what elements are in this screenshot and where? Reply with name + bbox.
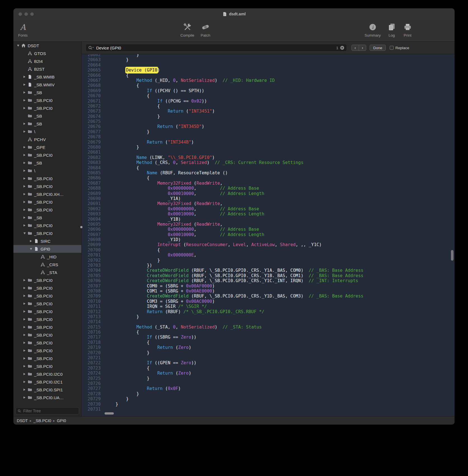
- code-editor[interactable]: 20662 }20663 }2066420665 Device (GPI0)20…: [82, 54, 455, 416]
- tree-item[interactable]: _SB: [13, 214, 81, 222]
- close-button[interactable]: [18, 12, 22, 16]
- tree-item[interactable]: _SB.PCI0.I2C0: [13, 370, 81, 378]
- tree-item[interactable]: _SB.PCI0: [13, 222, 81, 229]
- disclosure-triangle[interactable]: [22, 357, 27, 360]
- disclosure-triangle[interactable]: [22, 373, 27, 375]
- tree-item[interactable]: GTOS: [13, 49, 81, 57]
- disclosure-triangle[interactable]: [22, 303, 27, 305]
- disclosure-triangle[interactable]: [22, 349, 27, 352]
- tree-item[interactable]: _SB.PCI0: [13, 182, 81, 190]
- tree-item[interactable]: B2ST: [13, 65, 81, 73]
- find-input[interactable]: [96, 45, 334, 51]
- disclosure-triangle[interactable]: [22, 216, 27, 219]
- done-button[interactable]: Done: [370, 45, 386, 51]
- disclosure-triangle[interactable]: [22, 295, 27, 297]
- zoom-button[interactable]: [30, 12, 34, 16]
- disclosure-triangle[interactable]: [22, 209, 27, 211]
- disclosure-triangle[interactable]: [22, 326, 27, 328]
- clear-search-icon[interactable]: [340, 46, 344, 50]
- tree-item[interactable]: _SB.WMIB: [13, 73, 81, 81]
- patch-button[interactable]: Patch: [195, 22, 216, 37]
- disclosure-triangle[interactable]: [22, 185, 27, 187]
- tree-item[interactable]: _SB.PCI0: [13, 300, 81, 308]
- tree-item[interactable]: _SB.PCI0: [13, 331, 81, 339]
- tree-item[interactable]: _SB.PCI0: [13, 323, 81, 331]
- disclosure-triangle[interactable]: [22, 396, 27, 399]
- tree-item[interactable]: _SB.PCI0: [13, 96, 81, 104]
- breadcrumb-item[interactable]: GPI0: [57, 418, 66, 423]
- disclosure-triangle[interactable]: [22, 84, 27, 86]
- disclosure-triangle[interactable]: [22, 170, 27, 172]
- disclosure-triangle[interactable]: [16, 45, 20, 47]
- tree-item[interactable]: _SB.PCI0: [13, 175, 81, 182]
- filter-tree-input[interactable]: [23, 408, 77, 413]
- search-menu-icon[interactable]: [88, 46, 94, 50]
- tree-item[interactable]: _SB.PCI0: [13, 276, 81, 284]
- find-field[interactable]: 1: [86, 44, 347, 52]
- disclosure-triangle[interactable]: [22, 232, 27, 234]
- tree-item[interactable]: _SB.PCI0: [13, 198, 81, 206]
- filter-tree-field[interactable]: [16, 407, 79, 415]
- disclosure-triangle[interactable]: [22, 107, 27, 109]
- tree-item[interactable]: _SB.PCI0: [13, 151, 81, 159]
- tree-item[interactable]: _SB: [13, 159, 81, 167]
- tree-item[interactable]: _SB.PCI0: [13, 315, 81, 323]
- breadcrumb-item[interactable]: _SB.PCI0: [34, 418, 51, 423]
- fonts-button[interactable]: A Fonts: [13, 22, 32, 37]
- horizontal-scrollbar[interactable]: [105, 412, 114, 415]
- disclosure-triangle[interactable]: [22, 287, 27, 289]
- disclosure-triangle[interactable]: [22, 279, 27, 281]
- disclosure-triangle[interactable]: [22, 130, 27, 133]
- split-handle[interactable]: [80, 226, 82, 228]
- vertical-scrollbar[interactable]: [451, 250, 453, 261]
- tree-item[interactable]: \: [13, 167, 81, 175]
- disclosure-triangle[interactable]: [22, 76, 27, 78]
- disclosure-triangle[interactable]: [22, 389, 27, 391]
- tree-item[interactable]: _SB: [13, 89, 81, 96]
- disclosure-triangle[interactable]: [29, 248, 33, 250]
- find-next-button[interactable]: ›: [359, 45, 366, 51]
- summary-button[interactable]: i Summary: [362, 22, 383, 37]
- disclosure-triangle[interactable]: [22, 224, 27, 227]
- disclosure-triangle[interactable]: [22, 201, 27, 203]
- disclosure-triangle[interactable]: [22, 123, 27, 125]
- tree-item[interactable]: _SB: [13, 120, 81, 128]
- disclosure-triangle[interactable]: [22, 310, 27, 313]
- tree-item[interactable]: _SB.PCI0.SPI1: [13, 386, 81, 394]
- disclosure-triangle[interactable]: [22, 334, 27, 336]
- find-previous-button[interactable]: ‹: [351, 45, 359, 51]
- tree-item[interactable]: _SB.PCI0: [13, 339, 81, 347]
- tree-item[interactable]: _SB: [13, 112, 81, 120]
- tree-item[interactable]: _SB.WMIV: [13, 81, 81, 89]
- disclosure-triangle[interactable]: [22, 381, 27, 383]
- tree-item[interactable]: _SB.PCI0: [13, 362, 81, 370]
- tree-item[interactable]: _SB.PCI0: [13, 308, 81, 315]
- disclosure-triangle[interactable]: [22, 342, 27, 344]
- disclosure-triangle[interactable]: [22, 91, 27, 94]
- disclosure-triangle[interactable]: [22, 154, 27, 156]
- tree-item[interactable]: SIRC: [13, 237, 81, 245]
- tree-item[interactable]: _HID: [13, 253, 81, 261]
- tree-item[interactable]: _SB.PCI0: [13, 292, 81, 300]
- tree-item[interactable]: _SB.PCI0.I2C1: [13, 378, 81, 386]
- tree-item[interactable]: DSDT: [13, 42, 81, 49]
- tree-item[interactable]: B2I4: [13, 57, 81, 65]
- print-button[interactable]: Print: [397, 22, 418, 37]
- tree-item[interactable]: \: [13, 128, 81, 135]
- disclosure-triangle[interactable]: [22, 365, 27, 367]
- minimize-button[interactable]: [24, 12, 28, 16]
- disclosure-triangle[interactable]: [22, 177, 27, 180]
- disclosure-triangle[interactable]: [22, 162, 27, 164]
- breadcrumb-item[interactable]: DSDT: [17, 418, 28, 423]
- tree-item[interactable]: _SB.PCI0.UA…: [13, 394, 81, 401]
- tree-item[interactable]: _SB.PCI0: [13, 347, 81, 354]
- disclosure-triangle[interactable]: [29, 240, 33, 242]
- tree-item[interactable]: _SB.PCI0: [13, 354, 81, 362]
- tree-item[interactable]: PCHV: [13, 135, 81, 143]
- tree-item[interactable]: _STA: [13, 268, 81, 276]
- disclosure-triangle[interactable]: [22, 146, 27, 148]
- tree-item[interactable]: _GPE: [13, 143, 81, 151]
- tree-item[interactable]: _SB.PCI0.XH…: [13, 190, 81, 198]
- disclosure-triangle[interactable]: [22, 99, 27, 101]
- disclosure-triangle[interactable]: [22, 193, 27, 195]
